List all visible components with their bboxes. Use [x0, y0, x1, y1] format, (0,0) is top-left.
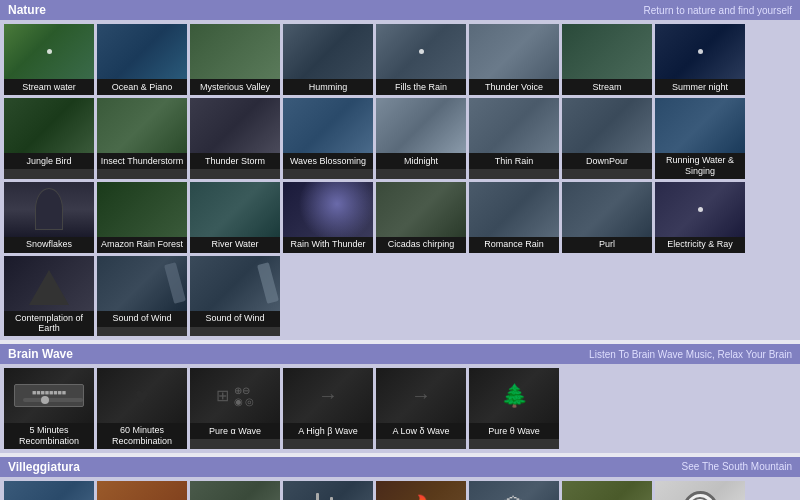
- card-rain-thunder[interactable]: Rain With Thunder: [283, 182, 373, 253]
- card-summer-night[interactable]: Summer night: [655, 24, 745, 95]
- thumb-fills-rain: [376, 24, 466, 79]
- label-thunder-storm: Thunder Storm: [190, 153, 280, 169]
- card-purl[interactable]: Purl: [562, 182, 652, 253]
- card-thunder-voice[interactable]: Thunder Voice: [469, 24, 559, 95]
- card-church-bells[interactable]: 🏛 Church Bells: [469, 481, 559, 500]
- thumb-electricity: [655, 182, 745, 237]
- label-humming: Humming: [283, 79, 373, 95]
- nature-header: Nature Return to nature and find yoursel…: [0, 0, 800, 20]
- label-insect: Insect Thunderstorm: [97, 153, 187, 169]
- card-ocean-piano[interactable]: Ocean & Piano: [97, 24, 187, 95]
- card-bonfire[interactable]: 🔥 The Bonfire: [376, 481, 466, 500]
- card-60min[interactable]: ♥ 60 Minutes Recombination: [97, 368, 187, 449]
- card-stream-water[interactable]: Stream water: [4, 24, 94, 95]
- villeggiatura-section: Villeggiatura See The South Mountain Reb…: [0, 457, 800, 500]
- card-humming[interactable]: Humming: [283, 24, 373, 95]
- thumb-contemplation: [4, 256, 94, 311]
- thumb-5min: ■■■■■■■■: [4, 368, 94, 423]
- label-running-water: Running Water & Singing: [655, 153, 745, 179]
- label-pure-b: Pure θ Wave: [469, 423, 559, 439]
- clock-face: [683, 491, 718, 500]
- label-stream-water: Stream water: [4, 79, 94, 95]
- label-cicadas: Cicadas chirping: [376, 237, 466, 253]
- card-cicadas[interactable]: Cicadas chirping: [376, 182, 466, 253]
- card-fills-rain[interactable]: Fills the Rain: [376, 24, 466, 95]
- card-downpour[interactable]: DownPour: [562, 98, 652, 179]
- card-midnight[interactable]: Midnight: [376, 98, 466, 179]
- thumb-mysterious-valley: [190, 24, 280, 79]
- nature-section: Nature Return to nature and find yoursel…: [0, 0, 800, 340]
- villeggiatura-header: Villeggiatura See The South Mountain: [0, 457, 800, 477]
- card-sound-wind1[interactable]: Sound of Wind: [97, 256, 187, 337]
- card-thunder-storm[interactable]: Thunder Storm: [190, 98, 280, 179]
- card-mysterious-valley[interactable]: Mysterious Valley: [190, 24, 280, 95]
- card-high-b[interactable]: → A High β Wave: [283, 368, 373, 449]
- thumb-summer-night: [655, 24, 745, 79]
- thumb-jungle-bird: [4, 98, 94, 153]
- nature-subtitle: Return to nature and find yourself: [644, 5, 792, 16]
- card-jungle-bird[interactable]: Jungle Bird: [4, 98, 94, 179]
- card-thin-rain[interactable]: Thin Rain: [469, 98, 559, 179]
- card-reborn[interactable]: Reborn: [4, 481, 94, 500]
- card-pure-a[interactable]: ⊞ ⊕⊖◉ ◎ Pure α Wave: [190, 368, 280, 449]
- thumb-60min: ♥: [97, 368, 187, 423]
- label-romance-rain: Romance Rain: [469, 237, 559, 253]
- thumb-snowflakes: [4, 182, 94, 237]
- card-river-water[interactable]: River Water: [190, 182, 280, 253]
- villeggiatura-grid: Reborn Live Better Tram in Rain: [0, 477, 800, 500]
- label-contemplation: Contemplation of Earth: [4, 311, 94, 337]
- card-sound-wind2[interactable]: Sound of Wind: [190, 256, 280, 337]
- thumb-waggle: [562, 481, 652, 500]
- card-contemplation[interactable]: Contemplation of Earth: [4, 256, 94, 337]
- label-amazon: Amazon Rain Forest: [97, 237, 187, 253]
- label-river-water: River Water: [190, 237, 280, 253]
- label-stream2: Stream: [562, 79, 652, 95]
- card-electricity[interactable]: Electricity & Ray: [655, 182, 745, 253]
- label-mysterious-valley: Mysterious Valley: [190, 79, 280, 95]
- label-fills-rain: Fills the Rain: [376, 79, 466, 95]
- thumb-midnight: [376, 98, 466, 153]
- villeggiatura-title: Villeggiatura: [8, 460, 80, 474]
- card-5min[interactable]: ■■■■■■■■ 5 Minutes Recombination: [4, 368, 94, 449]
- card-snowflakes[interactable]: Snowflakes: [4, 182, 94, 253]
- label-pure-a: Pure α Wave: [190, 423, 280, 439]
- label-60min: 60 Minutes Recombination: [97, 423, 187, 449]
- label-ocean-piano: Ocean & Piano: [97, 79, 187, 95]
- card-insect[interactable]: Insect Thunderstorm: [97, 98, 187, 179]
- card-tram-rain[interactable]: Tram in Rain: [190, 481, 280, 500]
- label-purl: Purl: [562, 237, 652, 253]
- card-waves[interactable]: Waves Blossoming: [283, 98, 373, 179]
- arrow-right-icon: →: [318, 384, 338, 407]
- card-waggle[interactable]: Waggle: [562, 481, 652, 500]
- brainwave-subtitle: Listen To Brain Wave Music, Relax Your B…: [589, 349, 792, 360]
- thumb-wind-chimes: [283, 481, 373, 500]
- clock-icon: [688, 496, 712, 500]
- thumb-pure-a: ⊞ ⊕⊖◉ ◎: [190, 368, 280, 423]
- card-stream2[interactable]: Stream: [562, 24, 652, 95]
- label-midnight: Midnight: [376, 153, 466, 169]
- label-high-b: A High β Wave: [283, 423, 373, 439]
- thumb-live-better: [97, 481, 187, 500]
- label-snowflakes: Snowflakes: [4, 237, 94, 253]
- brainwave-header: Brain Wave Listen To Brain Wave Music, R…: [0, 344, 800, 364]
- thumb-church-bells: 🏛: [469, 481, 559, 500]
- brainwave-section: Brain Wave Listen To Brain Wave Music, R…: [0, 344, 800, 453]
- label-low-a: A Low δ Wave: [376, 423, 466, 439]
- thumb-pure-b: 🌲: [469, 368, 559, 423]
- card-wind-chimes[interactable]: Wind Chimes: [283, 481, 373, 500]
- thumb-sound-wind2: [190, 256, 280, 311]
- label-5min: 5 Minutes Recombination: [4, 423, 94, 449]
- thumb-rain-thunder: [283, 182, 373, 237]
- card-romance-rain[interactable]: Romance Rain: [469, 182, 559, 253]
- thumb-clock-ticks: [655, 481, 745, 500]
- card-live-better[interactable]: Live Better: [97, 481, 187, 500]
- card-clock-ticks[interactable]: The Clock Ticks: [655, 481, 745, 500]
- thumb-thunder-storm: [190, 98, 280, 153]
- thumb-river-water: [190, 182, 280, 237]
- card-pure-b[interactable]: 🌲 Pure θ Wave: [469, 368, 559, 449]
- card-low-a[interactable]: → A Low δ Wave: [376, 368, 466, 449]
- card-amazon[interactable]: Amazon Rain Forest: [97, 182, 187, 253]
- thumb-romance-rain: [469, 182, 559, 237]
- thumb-ocean-piano: [97, 24, 187, 79]
- card-running-water[interactable]: Running Water & Singing: [655, 98, 745, 179]
